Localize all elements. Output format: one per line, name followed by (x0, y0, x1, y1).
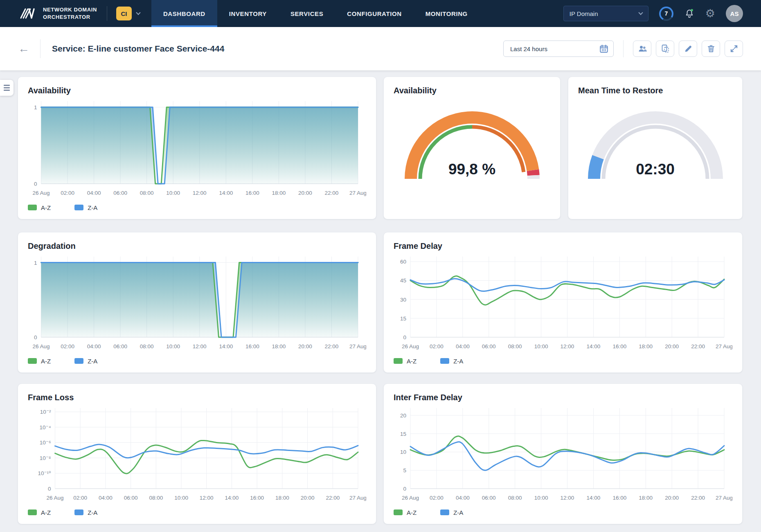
svg-text:14:00: 14:00 (225, 495, 239, 501)
svg-text:22:00: 22:00 (691, 343, 705, 349)
svg-text:22:00: 22:00 (325, 190, 339, 196)
tab-dashboard[interactable]: DASHBOARD (151, 0, 217, 27)
notifications-ring[interactable]: 7 (659, 7, 673, 21)
time-range-picker[interactable]: Last 24 hours (503, 41, 614, 57)
svg-text:12:00: 12:00 (561, 343, 574, 349)
calendar-icon (599, 44, 609, 54)
legend-item-az[interactable]: A-Z (394, 509, 417, 516)
legend-item-za[interactable]: Z-A (440, 358, 463, 365)
widget-menu-toggle[interactable] (0, 80, 14, 96)
tab-configuration[interactable]: CONFIGURATION (335, 0, 413, 27)
tab-monitoring[interactable]: MONITORING (414, 0, 480, 27)
svg-text:08:00: 08:00 (149, 495, 163, 501)
legend-item-az[interactable]: A-Z (28, 204, 51, 211)
legend-item-za[interactable]: Z-A (74, 509, 97, 516)
svg-text:06:00: 06:00 (482, 495, 496, 501)
svg-text:10:00: 10:00 (534, 343, 548, 349)
svg-text:14:00: 14:00 (587, 495, 601, 501)
tab-inventory[interactable]: INVENTORY (217, 0, 279, 27)
svg-text:14:00: 14:00 (219, 190, 233, 196)
svg-text:12:00: 12:00 (561, 495, 574, 501)
svg-text:20:00: 20:00 (665, 343, 679, 349)
svg-text:20:00: 20:00 (298, 190, 312, 196)
frame-delay-chart-card: Frame Delay 26 Aug02:0004:0006:0008:0010… (383, 232, 743, 373)
legend-item-az[interactable]: A-Z (28, 358, 51, 365)
frame-loss-chart-card: Frame Loss 26 Aug02:0004:0006:0008:0010:… (18, 383, 376, 524)
svg-text:08:00: 08:00 (140, 343, 154, 349)
svg-text:15: 15 (400, 431, 406, 437)
svg-text:45: 45 (400, 277, 406, 284)
chart-title: Availability (394, 86, 550, 95)
chart-title: Mean Time to Restore (578, 86, 732, 95)
svg-text:18:00: 18:00 (272, 190, 286, 196)
legend-swatch (28, 509, 37, 515)
legend-item-za[interactable]: Z-A (74, 358, 97, 365)
clone-button[interactable] (656, 41, 674, 57)
inter-frame-delay-chart-card: Inter Frame Delay 26 Aug02:0004:0006:000… (383, 383, 743, 524)
svg-text:0: 0 (403, 486, 406, 492)
svg-text:16:00: 16:00 (245, 343, 259, 349)
delete-button[interactable] (702, 41, 720, 57)
legend-swatch (74, 358, 83, 364)
bell-icon[interactable] (684, 8, 695, 19)
brand-name: NETWORK DOMAIN ORCHESTRATOR (43, 6, 97, 20)
svg-text:02:00: 02:00 (61, 190, 74, 196)
time-range-value: Last 24 hours (510, 45, 547, 52)
legend-item-za[interactable]: Z-A (74, 204, 97, 211)
svg-text:26 Aug: 26 Aug (402, 343, 419, 349)
svg-text:14:00: 14:00 (219, 343, 233, 349)
chart-title: Frame Delay (394, 241, 732, 251)
svg-text:20:00: 20:00 (301, 495, 315, 501)
svg-text:10:00: 10:00 (534, 495, 548, 501)
share-users-button[interactable] (633, 41, 651, 57)
svg-text:26 Aug: 26 Aug (46, 495, 63, 501)
svg-text:10⁻⁶: 10⁻⁶ (40, 440, 51, 446)
page: NETWORK DOMAIN ORCHESTRATOR CI DASHBOARD… (0, 0, 761, 532)
expand-button[interactable] (725, 41, 743, 57)
context-switcher[interactable]: CI (107, 0, 147, 27)
chart-legend: A-Z Z-A (28, 507, 366, 518)
legend-label: Z-A (88, 204, 97, 211)
availability-chart-card: Availability 26 Aug02:0004:0006:0008:001… (18, 77, 376, 219)
svg-text:18:00: 18:00 (275, 495, 289, 501)
edit-button[interactable] (679, 41, 697, 57)
svg-text:10⁻¹⁰: 10⁻¹⁰ (38, 470, 51, 476)
svg-text:60: 60 (400, 259, 406, 265)
svg-text:27 Aug: 27 Aug (349, 495, 366, 501)
legend-item-az[interactable]: A-Z (28, 509, 51, 516)
chevron-down-icon (638, 10, 643, 15)
legend-label: A-Z (41, 358, 51, 365)
avatar[interactable]: AS (726, 5, 743, 22)
svg-text:22:00: 22:00 (326, 495, 340, 501)
svg-text:22:00: 22:00 (691, 495, 705, 501)
svg-text:10:00: 10:00 (166, 190, 180, 196)
tab-services[interactable]: SERVICES (279, 0, 335, 27)
chart-title: Frame Loss (28, 393, 366, 402)
legend-label: A-Z (41, 204, 51, 211)
hamburger-icon (4, 85, 10, 86)
svg-text:16:00: 16:00 (245, 190, 259, 196)
svg-text:20: 20 (400, 413, 406, 419)
context-badge[interactable]: CI (116, 7, 132, 20)
svg-text:10:00: 10:00 (166, 343, 180, 349)
svg-text:26 Aug: 26 Aug (402, 495, 419, 501)
arrow-left-icon[interactable]: ← (18, 43, 29, 54)
svg-text:16:00: 16:00 (612, 495, 626, 501)
domain-select[interactable]: IP Domain (563, 6, 648, 21)
users-icon (637, 44, 647, 54)
edit-icon (683, 44, 693, 54)
legend-item-az[interactable]: A-Z (394, 358, 417, 365)
svg-text:16:00: 16:00 (612, 343, 626, 349)
legend-item-za[interactable]: Z-A (440, 509, 463, 516)
svg-text:10⁻²: 10⁻² (40, 409, 51, 415)
svg-text:18:00: 18:00 (272, 343, 286, 349)
svg-text:06:00: 06:00 (124, 495, 138, 501)
legend-swatch (440, 509, 449, 515)
main-nav-tabs: DASHBOARD INVENTORY SERVICES CONFIGURATI… (151, 0, 480, 27)
svg-text:12:00: 12:00 (193, 190, 207, 196)
svg-text:04:00: 04:00 (87, 190, 101, 196)
chart-legend: A-Z Z-A (28, 202, 366, 213)
svg-text:08:00: 08:00 (508, 343, 522, 349)
gear-icon[interactable]: ⚙ (705, 8, 715, 19)
page-title: Service: E-line customer Face Service-44… (52, 44, 224, 54)
